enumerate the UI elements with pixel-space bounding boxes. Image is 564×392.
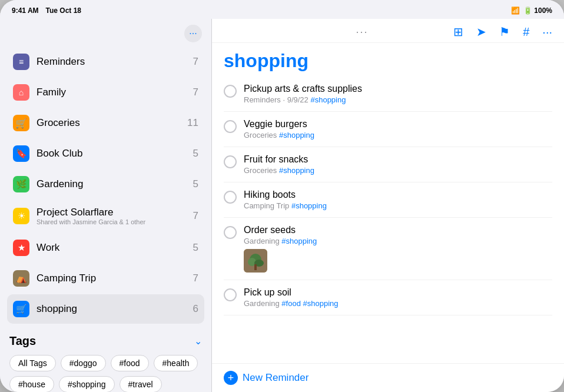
svg-rect-4 [254, 264, 257, 270]
sidebar-item-groceries[interactable]: 🛒 Groceries 11 [7, 108, 204, 138]
reminder-content: Pickup arts & crafts supplies Reminders … [244, 84, 552, 104]
reminder-hashtag: #shopping [310, 95, 346, 104]
reminder-sub: Gardening #shopping [244, 237, 552, 245]
device-frame: 9:41 AM Tue Oct 18 📶 🔋 100% ··· ≡ Remind… [0, 0, 564, 392]
reminder-title: Fruit for snacks [244, 154, 552, 165]
reminder-hashtag: #shopping [291, 201, 327, 210]
family-icon: ⌂ [13, 84, 29, 101]
reminders-list: Pickup arts & crafts supplies Reminders … [212, 77, 564, 363]
groceries-label: Groceries [37, 117, 187, 129]
reminder-title: Pick up soil [244, 287, 552, 298]
status-bar: 9:41 AM Tue Oct 18 📶 🔋 100% [0, 0, 564, 19]
camping-count: 7 [193, 273, 198, 284]
sidebar-item-bookclub[interactable]: 🔖 Book Club 5 [7, 139, 204, 168]
new-reminder-plus-icon: + [224, 371, 238, 385]
reminder-hashtag: #shopping [279, 166, 314, 175]
reminders-icon: ≡ [13, 54, 29, 70]
gardening-count: 5 [193, 178, 198, 190]
tag-shopping[interactable]: #shopping [59, 376, 115, 392]
reminder-item: Order seeds Gardening #shopping [224, 218, 552, 280]
reminder-sub: Groceries #shopping [244, 131, 552, 139]
sidebar-item-reminders[interactable]: ≡ Reminders 7 [7, 47, 204, 77]
bookclub-label: Book Club [37, 148, 193, 160]
sidebar-item-work[interactable]: ★ Work 5 [7, 233, 204, 263]
app-container: ··· ≡ Reminders 7 ⌂ Family 7 🛒 [0, 19, 564, 392]
detail-title: shopping [212, 43, 564, 77]
groceries-icon: 🛒 [13, 115, 29, 131]
sidebar-item-shopping[interactable]: 🛒 shopping 6 [7, 294, 204, 324]
reminder-sub: Camping Trip #shopping [244, 201, 552, 210]
solarflare-icon: ☀ [13, 208, 29, 224]
tag-all[interactable]: All Tags [9, 355, 56, 371]
send-icon[interactable]: ➤ [476, 25, 486, 39]
reminder-item: Pickup arts & crafts supplies Reminders … [224, 77, 552, 112]
work-count: 5 [193, 242, 198, 254]
reminder-content: Veggie burgers Groceries #shopping [244, 119, 552, 139]
more-icon[interactable]: ··· [542, 25, 552, 39]
tag-travel[interactable]: #travel [120, 376, 162, 392]
bookclub-icon: 🔖 [13, 145, 29, 162]
reminder-checkbox[interactable] [224, 120, 237, 133]
sidebar-item-gardening[interactable]: 🌿 Gardening 5 [7, 170, 204, 199]
reminder-sub: Reminders · 9/9/22 #shopping [244, 95, 552, 104]
wifi-icon: 📶 [511, 6, 520, 15]
tags-section: Tags ⌄ All Tags #doggo #food #health #ho… [0, 325, 211, 392]
reminder-content: Pick up soil Gardening #food #shopping [244, 287, 552, 308]
solarflare-label: Project Solarflare [37, 207, 193, 218]
family-label: Family [37, 87, 193, 98]
shopping-label: shopping [37, 303, 193, 315]
status-bar-right: 📶 🔋 100% [511, 6, 552, 15]
detail-panel: ··· ⊞ ➤ ⚑ # ··· shopping Pickup arts & c… [212, 19, 564, 392]
gardening-label: Gardening [37, 178, 193, 190]
new-reminder-button[interactable]: + New Reminder [224, 371, 308, 385]
tags-list: All Tags #doggo #food #health #house #sh… [9, 355, 202, 392]
reminder-title: Veggie burgers [244, 119, 552, 129]
reminder-checkbox[interactable] [224, 288, 237, 301]
status-time: 9:41 AM [12, 6, 39, 15]
reminder-content: Order seeds Gardening #shopping [244, 225, 552, 273]
tags-chevron-icon[interactable]: ⌄ [194, 335, 202, 347]
reminders-count: 7 [193, 56, 198, 68]
reminder-hashtag: #shopping [279, 131, 314, 139]
sidebar: ··· ≡ Reminders 7 ⌂ Family 7 🛒 [0, 19, 212, 392]
sidebar-more-button[interactable]: ··· [184, 25, 202, 42]
reminder-title: Order seeds [244, 225, 552, 235]
reminder-content: Fruit for snacks Groceries #shopping [244, 154, 552, 175]
detail-footer: + New Reminder [212, 363, 564, 392]
reminder-item: Hiking boots Camping Trip #shopping [224, 182, 552, 218]
reminder-hashtag-food: #food [281, 299, 301, 308]
hashtag-icon[interactable]: # [523, 25, 529, 39]
detail-toolbar: ··· ⊞ ➤ ⚑ # ··· [212, 19, 564, 43]
reminder-checkbox[interactable] [224, 191, 237, 204]
reminder-title: Hiking boots [244, 190, 552, 200]
flag-icon[interactable]: ⚑ [499, 25, 510, 39]
tag-health[interactable]: #health [154, 355, 198, 371]
reminder-checkbox[interactable] [224, 226, 237, 239]
toolbar-center: ··· [356, 26, 369, 38]
reminder-item: Pick up soil Gardening #food #shopping [224, 280, 552, 315]
work-icon: ★ [13, 240, 29, 256]
toolbar-dots-icon: ··· [356, 26, 369, 38]
sidebar-item-solarflare[interactable]: ☀ Project Solarflare Shared with Jasmine… [7, 200, 204, 232]
reminder-checkbox[interactable] [224, 85, 237, 98]
reminder-hashtag: #shopping [281, 237, 317, 245]
family-count: 7 [193, 87, 198, 98]
tag-house[interactable]: #house [9, 376, 54, 392]
sidebar-item-family[interactable]: ⌂ Family 7 [7, 78, 204, 107]
status-bar-left: 9:41 AM Tue Oct 18 [12, 6, 81, 15]
tag-food[interactable]: #food [111, 355, 149, 371]
new-reminder-label: New Reminder [243, 372, 308, 384]
sidebar-list: ≡ Reminders 7 ⌂ Family 7 🛒 Groceries 11 [0, 47, 211, 325]
reminder-title: Pickup arts & crafts supplies [244, 84, 552, 94]
bookclub-count: 5 [193, 148, 198, 160]
reminder-hashtag-shopping: #shopping [303, 299, 339, 308]
reminder-item: Veggie burgers Groceries #shopping [224, 112, 552, 147]
reminder-item: Fruit for snacks Groceries #shopping [224, 147, 552, 182]
grid-icon[interactable]: ⊞ [453, 25, 463, 39]
solarflare-subtitle: Shared with Jasmine Garcia & 1 other [37, 218, 193, 225]
shopping-count: 6 [193, 303, 198, 315]
sidebar-item-camping[interactable]: ⛺ Camping Trip 7 [7, 264, 204, 293]
reminder-checkbox[interactable] [224, 155, 237, 168]
tag-doggo[interactable]: #doggo [61, 355, 106, 371]
camping-icon: ⛺ [13, 270, 29, 287]
